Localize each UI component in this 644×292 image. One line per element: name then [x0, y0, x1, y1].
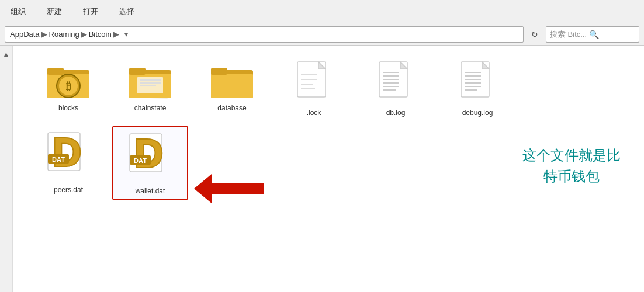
open-button[interactable]: 打开 — [72, 4, 109, 19]
organize-button[interactable]: 组织 — [0, 4, 36, 19]
select-button[interactable]: 选择 — [109, 4, 145, 19]
dblog-label: db.log — [386, 109, 406, 117]
address-path[interactable]: AppData ▶ Roaming ▶ Bitcoin ▶ ▾ — [5, 26, 524, 43]
address-dropdown-chevron[interactable]: ▾ — [121, 30, 131, 39]
file-item-lock[interactable]: .lock — [276, 57, 352, 120]
file-item-database[interactable]: database — [194, 57, 270, 120]
file-item-blocks[interactable]: ₿ blocks — [30, 57, 106, 120]
svg-rect-17 — [211, 68, 227, 75]
svg-marker-53 — [194, 174, 264, 203]
annotation-text: 这个文件就是比特币钱包 — [522, 145, 621, 187]
new-button[interactable]: 新建 — [36, 4, 72, 19]
path-sep-2: ▶ — [81, 30, 87, 39]
walletdat-label: wallet.dat — [136, 187, 165, 195]
blocks-folder-icon: ₿ — [45, 61, 92, 100]
dblog-file-icon — [378, 61, 413, 105]
svg-text:₿: ₿ — [66, 81, 71, 92]
path-bitcoin[interactable]: Bitcoin — [89, 30, 112, 39]
file-grid: ₿ blocks chainstate — [13, 46, 644, 292]
left-nav: ▲ — [0, 46, 13, 292]
file-item-debuglog[interactable]: debug.log — [439, 57, 515, 120]
peersdat-file-icon: D D DAT — [42, 130, 95, 182]
svg-text:D: D — [53, 130, 81, 174]
walletdat-file-icon: D D DAT — [124, 131, 176, 183]
refresh-button[interactable]: ↻ — [527, 27, 542, 42]
svg-rect-16 — [211, 74, 253, 98]
svg-text:DAT: DAT — [134, 157, 147, 164]
svg-rect-14 — [140, 85, 156, 86]
peersdat-label: peers.dat — [54, 186, 83, 194]
main-content: ▲ ₿ blocks — [0, 46, 644, 292]
debuglog-label: debug.log — [462, 109, 493, 117]
lock-file-icon — [296, 61, 331, 105]
file-item-walletdat[interactable]: D D DAT wallet.dat — [112, 126, 188, 200]
address-bar: AppData ▶ Roaming ▶ Bitcoin ▶ ▾ ↻ 搜索"Bit… — [0, 23, 644, 46]
lock-label: .lock — [307, 109, 321, 117]
database-folder-icon — [209, 61, 255, 100]
path-appdata[interactable]: AppData — [10, 30, 40, 39]
search-icon: 🔍 — [589, 30, 599, 39]
search-placeholder-text: 搜索"Bitc... — [550, 29, 587, 40]
database-label: database — [217, 104, 246, 112]
svg-rect-10 — [129, 68, 146, 75]
search-box[interactable]: 搜索"Bitc... 🔍 — [546, 26, 639, 43]
file-item-peersdat[interactable]: D D DAT peers.dat — [30, 126, 106, 200]
debuglog-file-icon — [460, 61, 495, 105]
path-sep-1: ▶ — [41, 30, 47, 39]
path-roaming[interactable]: Roaming — [49, 30, 79, 39]
red-arrow — [194, 174, 264, 206]
file-item-chainstate[interactable]: chainstate — [112, 57, 188, 120]
toolbar: 组织 新建 打开 选择 — [0, 0, 644, 23]
nav-up-arrow[interactable]: ▲ — [3, 50, 10, 58]
svg-rect-2 — [47, 68, 64, 75]
svg-text:DAT: DAT — [52, 156, 65, 163]
svg-rect-13 — [140, 82, 161, 84]
chainstate-folder-icon — [127, 61, 174, 100]
blocks-label: blocks — [58, 104, 78, 112]
svg-text:D: D — [134, 131, 163, 175]
svg-rect-12 — [140, 79, 161, 81]
chainstate-label: chainstate — [134, 104, 167, 112]
file-item-dblog[interactable]: db.log — [358, 57, 434, 120]
path-sep-3: ▶ — [113, 30, 119, 39]
